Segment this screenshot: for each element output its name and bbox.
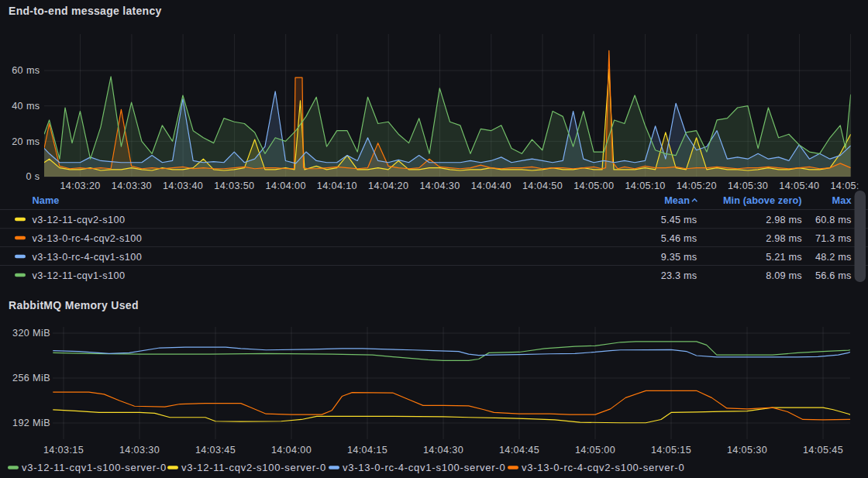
svg-text:14:04:00: 14:04:00 [266, 181, 306, 191]
svg-text:5.46 ms: 5.46 ms [661, 233, 698, 244]
svg-text:60 ms: 60 ms [12, 65, 40, 76]
svg-text:v3-13-0-rc-4-cqv1-s100-server-: v3-13-0-rc-4-cqv1-s100-server-0 [343, 462, 505, 473]
svg-text:14:04:50: 14:04:50 [522, 181, 563, 191]
svg-text:14:03:30: 14:03:30 [112, 181, 152, 191]
svg-text:23.3 ms: 23.3 ms [661, 270, 698, 281]
svg-text:v3-13-0-rc-4-cqv2-s100-server-: v3-13-0-rc-4-cqv2-s100-server-0 [522, 462, 684, 473]
svg-text:RabbitMQ Memory Used: RabbitMQ Memory Used [9, 299, 139, 311]
svg-text:14:03:20: 14:03:20 [60, 181, 100, 191]
svg-text:End-to-end message latency: End-to-end message latency [9, 5, 162, 17]
svg-text:256 MiB: 256 MiB [12, 373, 50, 383]
svg-text:14:04:20: 14:04:20 [368, 181, 408, 191]
svg-text:Max: Max [832, 195, 852, 206]
svg-text:v3-13-0-rc-4-cqv2-s100: v3-13-0-rc-4-cqv2-s100 [33, 233, 143, 244]
svg-text:Min (above zero): Min (above zero) [723, 195, 802, 206]
svg-text:14:04:45: 14:04:45 [499, 445, 539, 456]
svg-text:14:04:40: 14:04:40 [471, 181, 512, 191]
svg-text:v3-12-11-cqv1-s100: v3-12-11-cqv1-s100 [33, 270, 126, 281]
svg-text:14:03:45: 14:03:45 [195, 445, 236, 456]
svg-text:v3-12-11-cqv2-s100-server-0: v3-12-11-cqv2-s100-server-0 [181, 462, 326, 473]
svg-text:14:03:50: 14:03:50 [214, 181, 254, 191]
svg-text:40 ms: 40 ms [12, 101, 40, 112]
svg-text:8.09 ms: 8.09 ms [766, 270, 802, 281]
svg-text:14:05:40: 14:05:40 [779, 181, 819, 191]
svg-text:14:05:20: 14:05:20 [677, 181, 717, 191]
svg-text:14:04:00: 14:04:00 [271, 445, 312, 456]
svg-text:48.2 ms: 48.2 ms [815, 252, 852, 263]
svg-text:14:04:15: 14:04:15 [347, 445, 388, 456]
svg-text:14:05:15: 14:05:15 [651, 445, 691, 456]
svg-text:14:05:30: 14:05:30 [727, 445, 767, 456]
svg-text:14:03:40: 14:03:40 [163, 181, 203, 191]
svg-text:14:04:10: 14:04:10 [317, 181, 357, 191]
svg-text:14:05:45: 14:05:45 [803, 445, 843, 456]
svg-text:9.35 ms: 9.35 ms [661, 252, 698, 263]
svg-text:14:05:10: 14:05:10 [625, 181, 665, 191]
svg-text:14:03:15: 14:03:15 [43, 445, 84, 456]
svg-text:Mean: Mean [664, 195, 690, 206]
svg-text:56.6 ms: 56.6 ms [815, 270, 852, 281]
svg-text:2.98 ms: 2.98 ms [766, 233, 802, 244]
svg-text:v3-12-11-cqv1-s100-server-0: v3-12-11-cqv1-s100-server-0 [22, 462, 167, 473]
svg-text:Name: Name [33, 195, 60, 206]
svg-text:5.45 ms: 5.45 ms [661, 215, 698, 225]
svg-text:v3-12-11-cqv2-s100: v3-12-11-cqv2-s100 [33, 215, 126, 225]
svg-text:14:05:00: 14:05:00 [574, 181, 614, 191]
svg-text:2.98 ms: 2.98 ms [766, 215, 802, 225]
svg-text:71.3 ms: 71.3 ms [815, 233, 852, 244]
svg-text:14:04:30: 14:04:30 [423, 445, 463, 456]
svg-text:14:05:00: 14:05:00 [575, 445, 615, 456]
svg-text:14:05:30: 14:05:30 [728, 181, 768, 191]
svg-text:20 ms: 20 ms [12, 136, 40, 147]
svg-text:v3-13-0-rc-4-cqv1-s100: v3-13-0-rc-4-cqv1-s100 [33, 252, 143, 263]
svg-text:320 MiB: 320 MiB [12, 328, 50, 339]
svg-text:14:04:30: 14:04:30 [419, 181, 460, 191]
svg-text:0 s: 0 s [26, 171, 40, 182]
svg-text:192 MiB: 192 MiB [12, 418, 50, 428]
svg-text:14:03:30: 14:03:30 [119, 445, 160, 456]
svg-text:60.8 ms: 60.8 ms [815, 215, 852, 225]
svg-text:5.21 ms: 5.21 ms [766, 252, 802, 263]
